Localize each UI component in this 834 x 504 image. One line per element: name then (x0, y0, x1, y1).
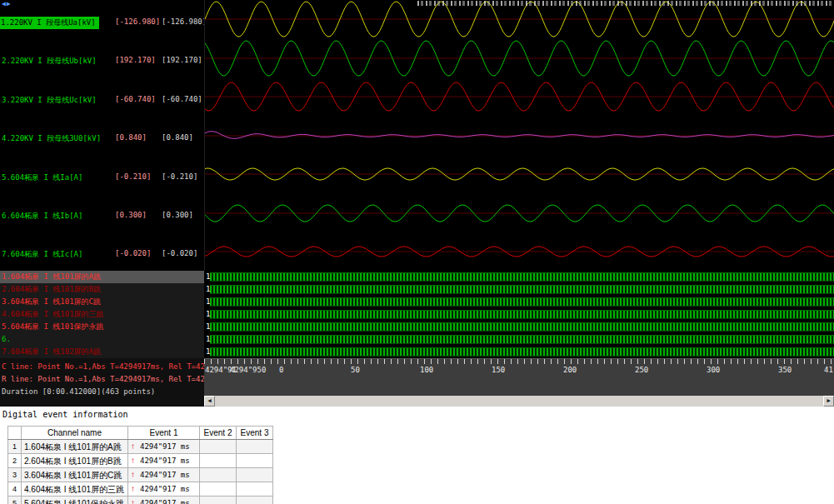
digital-state-bar (210, 310, 834, 319)
event-table-row: 1 1.604柘泉 I 线101屏的A跳 ↑4294"917 ms (8, 440, 273, 454)
analog-channel-row[interactable]: 7.604柘泉 I 线Ic[A] [-0.020] [-0.020] (0, 232, 204, 270)
time-axis-label: 4294"950 (230, 366, 266, 374)
digital-channel-row[interactable]: 5.604柘泉 I 线101保护永跳 (0, 321, 204, 333)
digital-channel-row[interactable]: 3.604柘泉 I 线101屏的C跳 (0, 296, 204, 308)
nav-right-icon[interactable]: ▶ (7, 0, 11, 7)
digital-state-value: 1 (206, 272, 210, 282)
row-number-cell: 4 (8, 482, 22, 497)
event1-cell: ↑4294"917 ms (128, 440, 200, 454)
digital-channel-row[interactable]: 7.604柘泉 I 线102屏的A跳 (0, 346, 204, 358)
event1-header: Event 1 (128, 427, 200, 440)
analog-channel-label: 5.604柘泉 I 线Ia[A] (2, 172, 82, 183)
digital-state-bar (210, 335, 834, 344)
digital-channel-row[interactable]: 1.604柘泉 I 线101屏的A跳 (0, 271, 204, 283)
analog-channel-row[interactable]: 4.220KV I 段母线3U0[kV] [0.840] [0.840] (0, 116, 204, 154)
c-line-status: C line: Point No.=1,Abs T=4294917ms, Rel… (0, 361, 204, 373)
channel-name-cell: 5.604柘泉 I 线101保护永跳 (22, 497, 128, 504)
event2-cell (200, 468, 237, 482)
rising-edge-icon: ↑ (131, 498, 135, 504)
rising-edge-icon: ↑ (131, 442, 135, 451)
duration-status: Duration [0:00.412000](463 points) (0, 386, 204, 398)
analog-channel-label: 2.220KV I 段母线Ub[kV] (2, 56, 97, 67)
scroll-right-button[interactable]: ▶ (823, 396, 834, 407)
row-number-header (8, 427, 22, 440)
event-table-row: 4 4.604柘泉 I 线101屏的三跳 ↑4294"917 ms (8, 482, 273, 497)
oscillogram-panel: ◀ ▶ 1.220KV I 段母线Ua[kV] [-126.980] [-126… (0, 0, 834, 407)
analog-channel-label: 7.604柘泉 I 线Ic[A] (2, 249, 82, 260)
analog-channel-label: 4.220KV I 段母线3U0[kV] (2, 133, 101, 144)
digital-trace-row: 1 (204, 346, 834, 358)
digital-state-bar (210, 322, 834, 332)
digital-channel-row[interactable]: 6. (0, 333, 204, 346)
analog-channel-label: 3.220KV I 段母线Uc[kV] (2, 95, 97, 106)
analog-channel-row[interactable]: 5.604柘泉 I 线Ia[A] [-0.210] [-0.210] (0, 155, 204, 193)
row-number-cell: 5 (8, 497, 22, 504)
time-axis-label: 41 (824, 366, 833, 374)
cursor-r-value: [-60.740] (162, 95, 202, 103)
event3-cell (237, 454, 273, 468)
event2-cell (200, 497, 237, 504)
r-line-status: R line: Point No.=1,Abs T=4294917ms, Rel… (0, 373, 204, 386)
digital-state-value: 1 (206, 335, 210, 344)
row-number-cell: 1 (8, 440, 22, 454)
event-info-panel: Digital event information Channel name E… (0, 407, 834, 504)
corner-nav: ◀ ▶ (2, 0, 11, 7)
rising-edge-icon: ↑ (131, 470, 135, 479)
analog-channel-row[interactable]: 6.604柘泉 I 线Ib[A] [0.300] [0.300] (0, 193, 204, 232)
nav-left-icon[interactable]: ◀ (2, 0, 6, 7)
event-time: 4294"917 ms (140, 471, 190, 479)
digital-state-bar (210, 297, 834, 307)
scroll-track[interactable] (215, 396, 823, 407)
digital-trace-row: 1 (204, 321, 834, 333)
digital-state-value: 1 (206, 310, 210, 319)
time-axis-label: 300 (707, 366, 720, 374)
event1-cell: ↑4294"917 ms (128, 482, 200, 497)
digital-state-bar (210, 285, 834, 294)
digital-state-value: 1 (206, 347, 210, 357)
channel-name-cell: 4.604柘泉 I 线101屏的三跳 (22, 482, 128, 497)
digital-channel-label: 2.604柘泉 I 线101屏的B跳 (2, 285, 101, 293)
scroll-left-button[interactable]: ◀ (204, 396, 215, 407)
digital-channel-row[interactable]: 4.604柘泉 I 线101屏的三跳 (0, 308, 204, 321)
event2-cell (200, 440, 237, 454)
event-table-row: 5 5.604柘泉 I 线101保护永跳 ↑4294"917 ms (8, 497, 273, 504)
analog-channel-row[interactable]: 2.220KV I 段母线Ub[kV] [192.170] [192.170] (0, 38, 204, 77)
analog-waveform-area[interactable] (204, 0, 834, 271)
analog-channel-row[interactable]: 1.220KV I 段母线Ua[kV] [-126.980] [-126.980… (0, 0, 204, 38)
event3-cell (237, 440, 273, 454)
digital-channel-label: 7.604柘泉 I 线102屏的A跳 (2, 347, 101, 356)
time-axis: 4294"91 4294"950 0 50 100 150 200 250 (204, 358, 834, 396)
event2-header: Event 2 (200, 427, 237, 440)
event2-cell (200, 482, 237, 497)
event1-cell: ↑4294"917 ms (128, 454, 200, 468)
digital-state-bar (210, 347, 834, 357)
digital-trace-row: 1 (204, 333, 834, 346)
time-axis-labels: 4294"91 4294"950 0 50 100 150 200 250 (204, 366, 834, 376)
channel-name-cell: 2.604柘泉 I 线101屏的B跳 (22, 454, 128, 468)
digital-channel-row[interactable]: 2.604柘泉 I 线101屏的B跳 (0, 283, 204, 296)
horizontal-scrollbar[interactable]: ◀ ▶ (204, 396, 834, 407)
cursor-c-value: [0.840] (115, 133, 147, 142)
analog-channel-row[interactable]: 3.220KV I 段母线Uc[kV] [-60.740] [-60.740] (0, 77, 204, 116)
clipped-title-text (417, 1, 832, 6)
cursor-c-value: [-0.020] (115, 249, 151, 257)
digital-channel-label: 3.604柘泉 I 线101屏的C跳 (2, 297, 101, 306)
event-time: 4294"917 ms (140, 485, 190, 493)
digital-state-value: 1 (206, 322, 210, 332)
analog-channel-label: 1.220KV I 段母线Ua[kV] (0, 17, 99, 29)
digital-trace-row: 1 (204, 308, 834, 321)
digital-state-value: 1 (206, 297, 210, 307)
time-axis-label: 150 (492, 366, 505, 374)
cursor-c-value: [-126.980] (115, 17, 160, 26)
digital-event-table: Channel name Event 1 Event 2 Event 3 1 1… (7, 426, 273, 504)
event3-header: Event 3 (237, 427, 273, 440)
digital-channel-label: 4.604柘泉 I 线101屏的三跳 (2, 310, 104, 318)
digital-state-value: 1 (206, 285, 210, 294)
digital-state-bar (210, 272, 834, 282)
time-axis-label: 100 (420, 366, 433, 374)
cursor-status-panel: C line: Point No.=1,Abs T=4294917ms, Rel… (0, 358, 204, 407)
event-table-row: 2 2.604柘泉 I 线101屏的B跳 ↑4294"917 ms (8, 454, 273, 468)
waveform-analysis-window: ◀ ▶ 1.220KV I 段母线Ua[kV] [-126.980] [-126… (0, 0, 834, 504)
digital-channel-label: 1.604柘泉 I 线101屏的A跳 (2, 272, 101, 281)
time-axis-label: 200 (563, 366, 577, 374)
